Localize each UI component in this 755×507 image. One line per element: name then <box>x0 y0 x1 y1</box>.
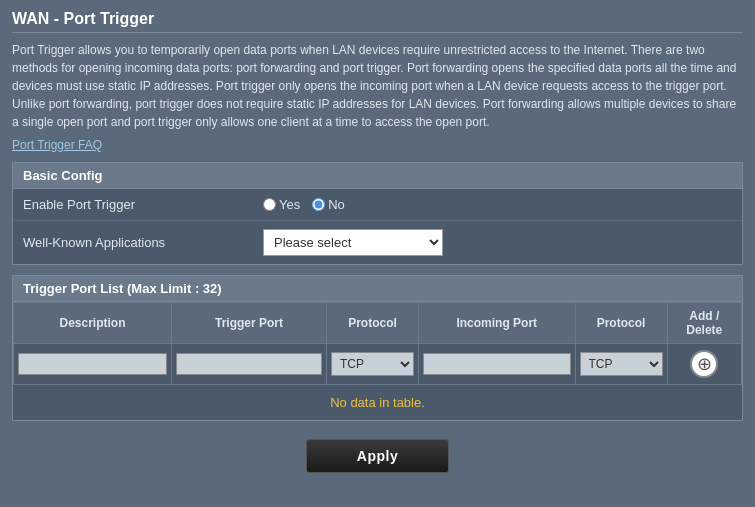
table-header-row: Description Trigger Port Protocol Incomi… <box>14 303 742 344</box>
protocol-2-select[interactable]: TCP UDP TCP/UDP <box>580 352 663 376</box>
well-known-apps-select[interactable]: Please select HTTP FTP SMTP DNS TELNET <box>263 229 443 256</box>
cell-incoming-port <box>419 344 576 385</box>
no-data-message: No data in table. <box>13 385 742 420</box>
basic-config-section: Basic Config Enable Port Trigger Yes No … <box>12 162 743 265</box>
table-input-row: TCP UDP TCP/UDP TCP UDP TCP/UDP <box>14 344 742 385</box>
page-description: Port Trigger allows you to temporarily o… <box>12 41 743 131</box>
cell-add-delete: ⊕ <box>667 344 741 385</box>
enable-no-text: No <box>328 197 345 212</box>
enable-yes-radio[interactable] <box>263 198 276 211</box>
trigger-port-table: Description Trigger Port Protocol Incomi… <box>13 302 742 385</box>
page-title: WAN - Port Trigger <box>12 10 743 33</box>
trigger-port-list-section: Trigger Port List (Max Limit : 32) Descr… <box>12 275 743 421</box>
cell-description <box>14 344 172 385</box>
cell-protocol-2: TCP UDP TCP/UDP <box>575 344 667 385</box>
enable-yes-text: Yes <box>279 197 300 212</box>
enable-port-trigger-row: Enable Port Trigger Yes No <box>13 189 742 221</box>
col-incoming-port: Incoming Port <box>419 303 576 344</box>
trigger-port-input[interactable] <box>176 353 322 375</box>
col-protocol-2: Protocol <box>575 303 667 344</box>
faq-link[interactable]: Port Trigger FAQ <box>12 138 102 152</box>
cell-trigger-port <box>171 344 326 385</box>
apply-button[interactable]: Apply <box>306 439 449 473</box>
enable-no-radio[interactable] <box>312 198 325 211</box>
col-description: Description <box>14 303 172 344</box>
enable-radio-group: Yes No <box>263 197 345 212</box>
trigger-list-header: Trigger Port List (Max Limit : 32) <box>13 276 742 302</box>
add-row-button[interactable]: ⊕ <box>690 350 718 378</box>
well-known-apps-label: Well-Known Applications <box>23 235 263 250</box>
col-add-delete: Add / Delete <box>667 303 741 344</box>
col-protocol-1: Protocol <box>327 303 419 344</box>
apply-row: Apply <box>12 431 743 481</box>
description-input[interactable] <box>18 353 167 375</box>
col-trigger-port: Trigger Port <box>171 303 326 344</box>
well-known-apps-control: Please select HTTP FTP SMTP DNS TELNET <box>263 229 443 256</box>
enable-port-trigger-label: Enable Port Trigger <box>23 197 263 212</box>
enable-no-label[interactable]: No <box>312 197 345 212</box>
cell-protocol-1: TCP UDP TCP/UDP <box>327 344 419 385</box>
enable-yes-label[interactable]: Yes <box>263 197 300 212</box>
protocol-1-select[interactable]: TCP UDP TCP/UDP <box>331 352 414 376</box>
page-wrapper: WAN - Port Trigger Port Trigger allows y… <box>0 0 755 493</box>
incoming-port-input[interactable] <box>423 353 571 375</box>
basic-config-header: Basic Config <box>13 163 742 189</box>
well-known-apps-row: Well-Known Applications Please select HT… <box>13 221 742 264</box>
